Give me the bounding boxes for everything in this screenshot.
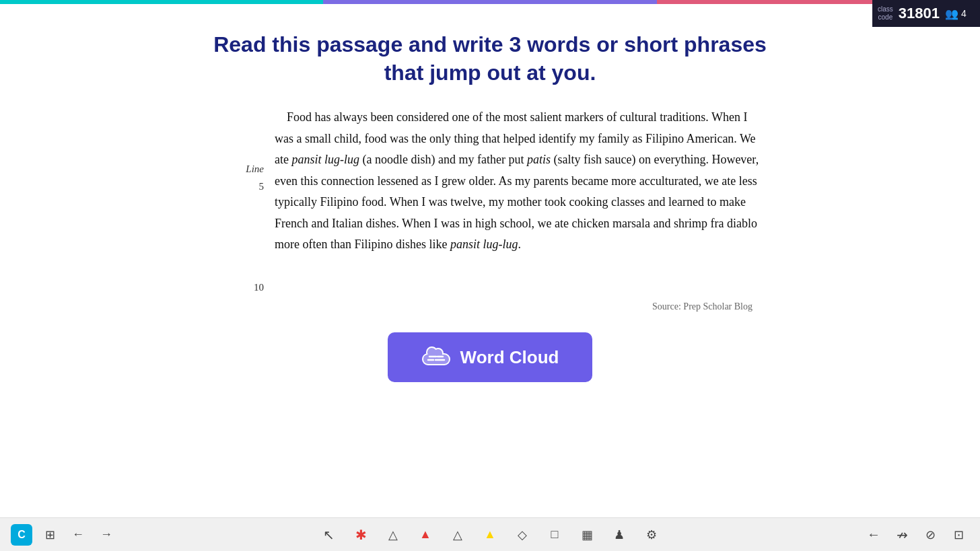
toolbar-left: C ⊞ ← →: [11, 524, 117, 546]
select-tool-button[interactable]: ↖: [318, 524, 339, 546]
settings-tool-button[interactable]: ⚙: [641, 524, 662, 546]
back-button[interactable]: ←: [67, 524, 89, 546]
line-numbers: Line 5 10: [221, 107, 275, 296]
chat-tool-button[interactable]: □: [544, 524, 565, 546]
line-label: Line: [246, 163, 264, 174]
toolbar-center: ↖ ✱ △ ▲ △ ▲ ◇ □ ▦ ♟ ⚙: [318, 524, 662, 546]
page-title: Read this passage and write 3 words or s…: [213, 31, 767, 87]
triangle-tool-button[interactable]: △: [382, 524, 404, 546]
triangle-fill-tool-button[interactable]: ▲: [415, 524, 436, 546]
passage-text: Food has always been considered one of t…: [275, 107, 759, 256]
passage-wrapper: Line 5 10 Food has always been considere…: [221, 107, 759, 296]
source-citation: Source: Prep Scholar Blog: [228, 301, 753, 312]
line-number-5: 5: [221, 178, 264, 195]
logo-button[interactable]: C: [11, 524, 32, 546]
nav-forward-button[interactable]: ↛: [891, 524, 913, 546]
person-tool-button[interactable]: ♟: [608, 524, 630, 546]
main-content: Read this passage and write 3 words or s…: [0, 4, 980, 517]
nav-back-button[interactable]: ←: [863, 524, 884, 546]
word-cloud-label: Word Cloud: [460, 347, 559, 368]
word-cloud-button[interactable]: Word Cloud: [388, 332, 593, 382]
triangle-outline-tool-button[interactable]: △: [447, 524, 468, 546]
hide-button[interactable]: ⊘: [919, 524, 941, 546]
chart-tool-button[interactable]: ▦: [576, 524, 598, 546]
bottom-toolbar: C ⊞ ← → ↖ ✱ △ ▲ △ ▲ ◇ □ ▦ ♟ ⚙ ← ↛ ⊘ ⊡: [0, 517, 980, 551]
grid-button[interactable]: ⊞: [39, 524, 61, 546]
toolbar-right: ← ↛ ⊘ ⊡: [863, 524, 969, 546]
eraser-tool-button[interactable]: ◇: [512, 524, 533, 546]
screen-button[interactable]: ⊡: [948, 524, 969, 546]
line-number-10: 10: [221, 279, 264, 296]
word-cloud-icon: [421, 346, 451, 369]
forward-button[interactable]: →: [96, 524, 117, 546]
laser-tool-button[interactable]: ✱: [350, 524, 372, 546]
highlight-tool-button[interactable]: ▲: [479, 524, 501, 546]
